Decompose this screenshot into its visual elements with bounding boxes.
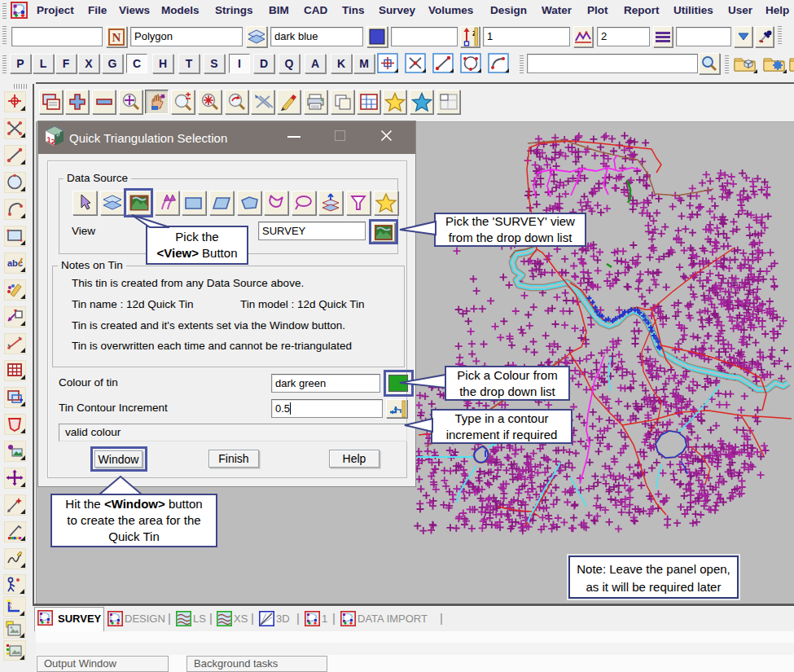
svg-text:N: N xyxy=(112,31,121,44)
